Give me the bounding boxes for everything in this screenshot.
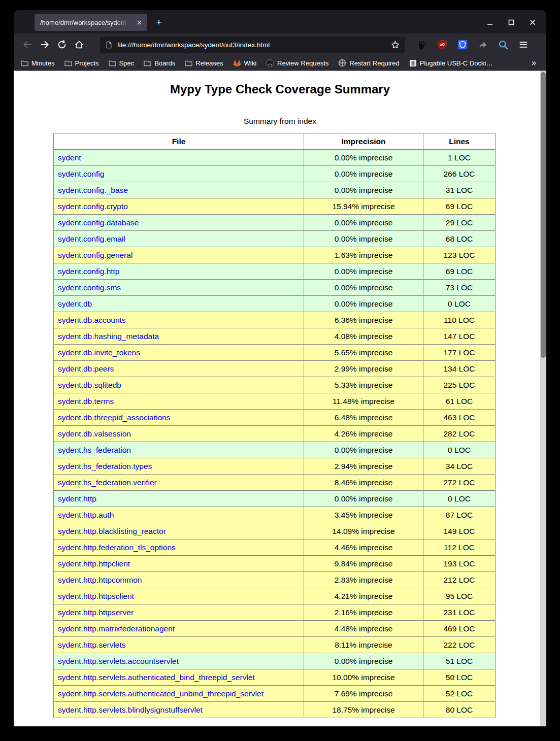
module-link[interactable]: sydent.db.peers	[58, 364, 114, 373]
module-link[interactable]: sydent	[58, 153, 81, 162]
bookmark-label: Plugable USB-C Docki…	[420, 59, 493, 67]
minimize-button[interactable]	[483, 16, 497, 29]
imprecision-cell: 4.08% imprecise	[304, 328, 423, 345]
home-button[interactable]	[71, 36, 88, 53]
module-link[interactable]: sydent.http.servlets.authenticated_bind_…	[58, 673, 255, 682]
table-row: sydent.config.sms 0.00% imprecise 73 LOC	[54, 280, 496, 296]
module-link[interactable]: sydent.config.http	[58, 267, 120, 276]
bookmark-projects[interactable]: Projects	[64, 59, 99, 67]
module-link[interactable]: sydent.http.matrixfederationagent	[58, 624, 175, 633]
module-link[interactable]: sydent.http.servlets	[58, 641, 126, 649]
bookmarks-overflow-chevron[interactable]: »	[532, 58, 540, 68]
close-icon	[529, 19, 536, 26]
lines-cell: 69 LOC	[423, 263, 496, 280]
lines-cell: 212 LOC	[423, 572, 496, 588]
bookmark-review-requests[interactable]: Review Requests	[266, 59, 328, 67]
imprecision-cell: 15.94% imprecise	[304, 198, 423, 215]
module-link[interactable]: sydent.config	[58, 170, 104, 178]
module-link[interactable]: sydent.config.crypto	[58, 202, 128, 211]
page-scrollbar-track[interactable]	[540, 71, 546, 726]
module-link[interactable]: sydent.db.accounts	[58, 316, 126, 324]
coverage-table: File Imprecision Lines sydent 0.00% impr…	[53, 133, 496, 718]
module-link[interactable]: sydent.http.auth	[58, 511, 114, 519]
bookmark-wiki[interactable]: Wiki	[233, 59, 257, 67]
module-link[interactable]: sydent.http	[58, 494, 96, 503]
table-row: sydent.http.servlets.accountservlet 0.00…	[54, 653, 496, 669]
module-link[interactable]: sydent.hs_federation.types	[58, 462, 152, 470]
module-link[interactable]: sydent.config._base	[58, 186, 128, 194]
lines-cell: 34 LOC	[423, 458, 496, 475]
module-link[interactable]: sydent.db.threepid_associations	[58, 413, 170, 422]
bookmark-releases[interactable]: Releases	[185, 59, 223, 67]
module-link[interactable]: sydent.http.httpsclient	[58, 592, 134, 600]
module-link[interactable]: sydent.db.sqlitedb	[58, 381, 121, 389]
imprecision-cell: 4.21% imprecise	[304, 588, 423, 604]
bookmark-spec[interactable]: Spec	[109, 59, 135, 67]
back-button[interactable]	[19, 36, 36, 53]
lines-cell: 73 LOC	[423, 280, 496, 296]
page-content: Mypy Type Check Coverage Summary Summary…	[14, 71, 546, 726]
imprecision-cell: 0.00% imprecise	[304, 442, 423, 458]
menu-button[interactable]	[517, 39, 530, 51]
bookmark-label: Restart Required	[349, 59, 399, 67]
extension-arrow-icon[interactable]	[477, 39, 489, 51]
module-link[interactable]: sydent.hs_federation	[58, 446, 131, 454]
module-link[interactable]: sydent.http.servlets.accountservlet	[58, 657, 179, 665]
url-text[interactable]: file:///home/dmr/workspace/sydent/out3/i…	[117, 41, 386, 49]
bookmark-label: Review Requests	[277, 59, 328, 67]
module-link[interactable]: sydent.db.hashing_metadata	[58, 332, 159, 341]
bookmark-minutes[interactable]: Minutes	[21, 59, 55, 67]
search-icon[interactable]	[497, 39, 509, 51]
module-link[interactable]: sydent.http.blacklisting_reactor	[58, 527, 166, 535]
globe-icon	[338, 59, 346, 67]
module-link[interactable]: sydent.config.email	[58, 234, 125, 243]
module-link[interactable]: sydent.http.httpcommon	[58, 576, 142, 584]
bookmark-star-icon[interactable]	[391, 41, 400, 49]
module-link[interactable]: sydent.http.httpclient	[58, 559, 130, 568]
module-link[interactable]: sydent.http.federation_tls_options	[58, 543, 176, 552]
gnome-extension-icon[interactable]	[416, 39, 428, 51]
browser-tab[interactable]: /home/dmr/workspace/sydent	[35, 14, 147, 31]
file-cell: sydent.db.sqlitedb	[54, 377, 304, 393]
new-tab-button[interactable]: +	[151, 15, 167, 30]
module-link[interactable]: sydent.config.database	[58, 218, 139, 227]
module-link[interactable]: sydent.http.servlets.blindlysignstuffser…	[58, 705, 203, 714]
module-link[interactable]: sydent.hs_federation.verifier	[58, 478, 157, 487]
table-row: sydent.db.sqlitedb 5.33% imprecise 225 L…	[54, 377, 496, 393]
bookmark-restart-required[interactable]: Restart Required	[338, 59, 399, 67]
bookmark-boards[interactable]: Boards	[144, 59, 175, 67]
forward-button[interactable]	[36, 36, 53, 53]
bitwarden-icon[interactable]	[456, 39, 469, 51]
module-link[interactable]: sydent.http.servlets.authenticated_unbin…	[58, 689, 263, 698]
lines-cell: 51 LOC	[423, 653, 496, 669]
reload-button[interactable]	[53, 36, 71, 53]
browser-window: /home/dmr/workspace/sydent +	[14, 10, 546, 727]
imprecision-cell: 7.69% imprecise	[304, 686, 423, 702]
module-link[interactable]: sydent.db	[58, 299, 92, 308]
module-link[interactable]: sydent.config.sms	[58, 283, 121, 292]
tab-close-button[interactable]	[134, 17, 144, 27]
maximize-button[interactable]	[505, 16, 518, 29]
module-link[interactable]: sydent.http.httpserver	[58, 608, 134, 617]
bookmark-plugable-dock[interactable]: Plugable USB-C Docki…	[409, 59, 493, 67]
module-link[interactable]: sydent.db.valsession	[58, 429, 131, 438]
ublock-origin-icon[interactable]: uO	[436, 39, 448, 51]
file-cell: sydent.db	[54, 296, 304, 312]
file-cell: sydent.config.database	[54, 215, 304, 231]
table-row: sydent.http.auth 3.45% imprecise 87 LOC	[54, 507, 496, 523]
shield-icon: uO	[437, 40, 447, 50]
url-bar[interactable]: file:///home/dmr/workspace/sydent/out3/i…	[100, 37, 405, 53]
lines-cell: 50 LOC	[423, 669, 496, 686]
file-cell: sydent.hs_federation.verifier	[54, 475, 304, 491]
table-row: sydent.config.crypto 15.94% imprecise 69…	[54, 198, 496, 215]
module-link[interactable]: sydent.db.invite_tokens	[58, 348, 140, 357]
imprecision-cell: 2.83% imprecise	[304, 572, 423, 588]
file-cell: sydent.http.httpcommon	[54, 572, 304, 588]
lines-cell: 469 LOC	[423, 621, 496, 637]
module-link[interactable]: sydent.config.general	[58, 251, 133, 259]
module-link[interactable]: sydent.db.terms	[58, 397, 114, 406]
bookmark-label: Boards	[154, 59, 175, 67]
file-cell: sydent.hs_federation	[54, 442, 304, 458]
close-window-button[interactable]	[526, 16, 539, 29]
page-scrollbar-thumb[interactable]	[541, 72, 546, 358]
